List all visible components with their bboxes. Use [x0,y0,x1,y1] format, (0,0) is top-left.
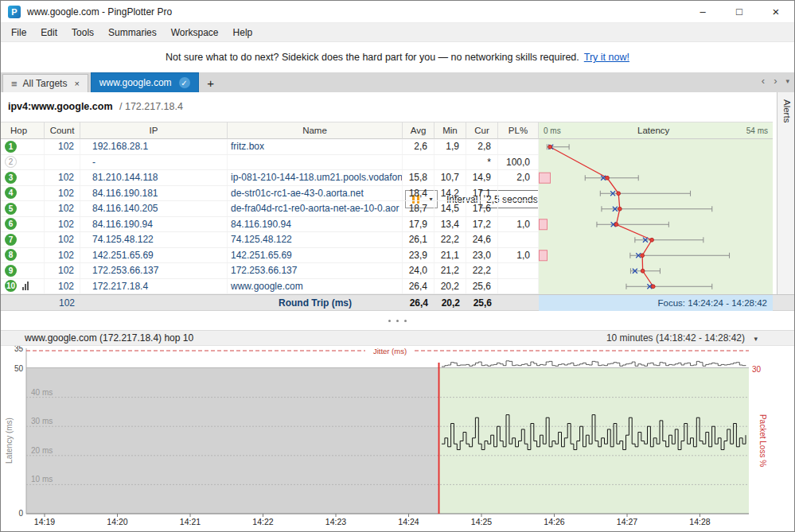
ip-cell: 81.210.144.118 [80,170,228,185]
hop-row-9[interactable]: 9102172.253.66.137172.253.66.13724,021,2… [1,263,539,279]
sidekick-notice-bar: Not sure what to do next? Sidekick does … [1,42,794,72]
tab-all-targets[interactable]: ≡ All Targets × [2,74,88,92]
target-host: ipv4:www.google.com [8,101,113,112]
try-it-now-link[interactable]: Try it now! [584,52,629,63]
hop-row-1[interactable]: 1102192.168.28.1fritz.box2,61,92,8 [1,139,539,155]
name-cell: ip-081-210-144-118.um21.pools.vodafon [228,170,403,185]
menu-workspace[interactable]: Workspace [164,25,226,41]
hop-latency-chart[interactable] [539,139,773,294]
cur-cell: 22,2 [466,263,498,278]
svg-text:20 ms: 20 ms [31,446,53,455]
avg-cell: 17,9 [403,217,435,232]
svg-text:50: 50 [14,364,24,373]
hop-row-6[interactable]: 610284.116.190.9484.116.190.9417,913,417… [1,217,539,233]
svg-text:14:19: 14:19 [34,517,55,526]
menu-summaries[interactable]: Summaries [101,25,164,41]
tab-scroll-left-icon[interactable]: ‹ [762,75,765,87]
column-header-pl[interactable]: PL% [498,122,539,139]
cur-cell: * [466,155,498,170]
ip-cell: 84.116.190.94 [80,217,228,232]
cur-cell: 17,6 [466,201,498,216]
svg-text:14:25: 14:25 [471,517,492,526]
column-header-count[interactable]: Count [45,122,80,139]
hop-row-3[interactable]: 310281.210.144.118ip-081-210-144-118.um2… [1,170,539,186]
packet-loss-cell [498,186,539,201]
column-header-min[interactable]: Min [435,122,466,139]
menu-edit[interactable]: Edit [33,25,64,41]
hop-row-5[interactable]: 510284.116.140.205de-fra04d-rc1-re0-aort… [1,201,539,217]
minimize-button[interactable]: – [684,1,721,22]
ip-cell: 172.253.66.137 [80,263,228,278]
ip-cell: 192.168.28.1 [80,139,228,154]
tab-overflow-icon[interactable]: ▾ [785,75,789,87]
avg-cell: 2,6 [403,139,435,154]
hop-row-8[interactable]: 8102142.251.65.69142.251.65.6923,921,123… [1,248,539,264]
avg-cell: 18,7 [403,201,435,216]
menu-help[interactable]: Help [226,25,260,41]
name-cell [228,155,403,170]
close-button[interactable]: × [758,1,794,22]
count-cell [45,155,80,170]
target-title: ipv4:www.google.com / 172.217.18.4 [8,101,183,112]
timeline-graph[interactable]: 40 ms30 ms20 ms10 msJitter (ms)3550030La… [1,346,795,532]
hop-number-badge: 3 [5,172,17,184]
svg-text:14:23: 14:23 [325,517,346,526]
maximize-button[interactable]: □ [721,1,758,22]
round-trip-label: Round Trip (ms) [228,295,403,310]
timeline-title: www.google.com (172.217.18.4) hop 10 [25,331,193,346]
svg-text:30: 30 [752,365,762,374]
column-header-cur[interactable]: Cur [466,122,498,139]
menu-file[interactable]: File [4,25,33,41]
tab-scroll-right-icon[interactable]: › [774,75,777,87]
new-tab-button[interactable]: + [201,74,220,92]
round-trip-cur: 25,6 [466,295,498,310]
count-cell: 102 [45,201,80,216]
app-logo-icon: P [8,6,21,18]
alerts-label: Alerts [782,99,792,122]
chevron-down-icon[interactable]: ▾ [754,332,758,347]
avg-cell: 24,0 [403,263,435,278]
window-title: www.google.com - PingPlotter Pro [27,6,172,17]
column-header-avg[interactable]: Avg [403,122,435,139]
tab-www-google-com[interactable]: www.google.com ✓ [91,72,199,92]
menu-tools[interactable]: Tools [64,25,101,41]
count-cell: 102 [45,186,80,201]
hop-number-badge: 5 [5,203,17,215]
hop-number-badge: 9 [5,265,17,277]
column-header-ip[interactable]: IP [80,122,228,139]
cur-cell: 14,9 [466,170,498,185]
timeline-range-selector[interactable]: 10 minutes (14:18:42 - 14:28:42) [606,331,745,346]
hop-row-4[interactable]: 410284.116.190.181de-str01c-rc1-ae-43-0.… [1,186,539,202]
hop-row-2[interactable]: 2-*100,0 [1,155,539,171]
hop-row-7[interactable]: 710274.125.48.12274.125.48.12226,122,224… [1,232,539,248]
hop-row-10[interactable]: 10102172.217.18.4www.google.com26,420,22… [1,279,539,295]
target-check-icon: ✓ [179,77,190,88]
tab-close-icon[interactable]: × [74,79,79,88]
packet-loss-cell [498,232,539,247]
packet-loss-cell: 1,0 [498,248,539,263]
hop-number-cell: 8 [1,248,45,263]
column-header-latency[interactable]: 0 ms Latency 54 ms [539,122,773,139]
min-cell: 20,2 [435,279,466,294]
target-bar: ipv4:www.google.com / 172.217.18.4 ▾ Int… [1,92,775,122]
svg-text:30 ms: 30 ms [31,417,53,425]
alerts-side-tab[interactable]: Alerts [777,92,795,311]
packet-loss-cell [498,201,539,216]
column-header-hop[interactable]: Hop [1,122,45,139]
tab-bar: ≡ All Targets × www.google.com ✓ + ‹ › ▾ [1,72,794,92]
timeline-graph-indicator-icon [22,282,29,290]
name-cell: de-str01c-rc1-ae-43-0.aorta.net [228,186,403,201]
tab-all-targets-label: All Targets [23,78,68,89]
count-cell: 102 [45,279,80,294]
svg-text:Latency (ms): Latency (ms) [5,417,14,464]
column-header-name[interactable]: Name [228,122,403,139]
min-cell: 14,2 [435,186,466,201]
min-cell: 21,1 [435,248,466,263]
panel-splitter-handle[interactable] [1,311,794,330]
hop-table-header: Hop Count IP Name Avg Min Cur PL% 0 ms L… [1,122,773,139]
packet-loss-cell [498,139,539,154]
round-trip-row[interactable]: 102 Round Trip (ms) 26,4 20,2 25,6 Focus… [1,294,794,311]
tab-scroll-controls: ‹ › ▾ [762,75,789,87]
ip-cell: - [80,155,228,170]
name-cell: www.google.com [228,279,403,294]
